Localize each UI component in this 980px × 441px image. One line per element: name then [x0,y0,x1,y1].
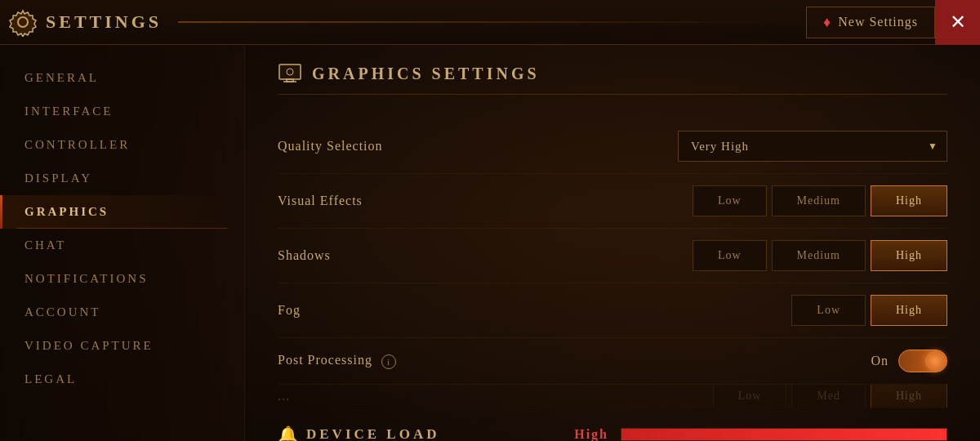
partial-btn-1[interactable]: Low [713,385,787,408]
shadows-label: Shadows [278,248,331,263]
device-load-header: 🔔 DEVICE LOAD [278,425,440,441]
sidebar-item-account[interactable]: ACCOUNT [0,296,244,329]
settings-row-partial: ... Low Med High [278,385,947,408]
content-area: GENERAL INTERFACE CONTROLLER DISPLAY GRA… [0,45,980,441]
sidebar-item-graphics[interactable]: GRAPHICS [0,195,244,229]
shadows-control: Low Medium High [693,240,947,271]
quality-dropdown-wrapper: Very High Low Medium High Ultra ▼ [678,131,947,162]
settings-row-shadows: Shadows Low Medium High [278,229,947,283]
fog-high-btn[interactable]: High [871,295,947,326]
svg-rect-1 [279,65,301,79]
visual-effects-medium-btn[interactable]: Medium [772,185,866,216]
quality-dropdown[interactable]: Very High Low Medium High Ultra [678,131,947,162]
sidebar: GENERAL INTERFACE CONTROLLER DISPLAY GRA… [0,45,245,441]
shadows-high-btn[interactable]: High [871,240,947,271]
diamond-icon: ♦ [823,14,831,31]
main-container: SETTINGS ♦ New Settings ✕ GENERAL INTERF… [0,0,980,441]
fog-label: Fog [278,303,301,318]
visual-effects-label: Visual Effects [278,194,363,208]
shadows-medium-btn[interactable]: Medium [772,240,866,271]
partial-btn-3[interactable]: High [871,385,947,408]
sidebar-item-chat[interactable]: CHAT [0,229,244,262]
gear-icon [8,7,38,37]
sidebar-item-legal[interactable]: LEGAL [0,363,244,396]
device-load-bell-icon: 🔔 [278,425,298,441]
sidebar-item-general[interactable]: GENERAL [0,61,244,95]
toggle-thumb [925,351,945,371]
sidebar-item-controller[interactable]: CONTROLLER [0,128,244,162]
settings-row-post-processing: Post Processing i On [278,338,947,385]
header-left: SETTINGS [8,7,162,37]
settings-row-fog: Fog Low High [278,283,947,338]
panel-title: GRAPHICS SETTINGS [312,65,540,83]
sidebar-item-notifications[interactable]: NOTIFICATIONS [0,262,244,296]
device-load-section: 🔔 DEVICE LOAD High [278,408,947,441]
toggle-track [898,350,947,372]
sidebar-item-interface[interactable]: INTERFACE [0,95,244,128]
partial-btn-2[interactable]: Med [791,385,866,408]
visual-effects-low-btn[interactable]: Low [693,185,767,216]
device-load-fill [621,429,947,440]
settings-row-quality: Quality Selection Very High Low Medium H… [278,119,947,174]
sidebar-item-display[interactable]: DISPLAY [0,162,244,195]
device-load-bar [621,428,947,441]
fog-low-btn[interactable]: Low [791,295,866,326]
quality-control: Very High Low Medium High Ultra ▼ [678,131,947,162]
header-decoration [178,21,790,23]
visual-effects-high-btn[interactable]: High [871,185,947,216]
panel-header: GRAPHICS SETTINGS [278,61,947,95]
post-processing-control: On [871,350,947,372]
fog-control: Low High [791,295,947,326]
post-processing-value: On [871,354,889,368]
close-icon: ✕ [950,11,966,33]
post-processing-info-icon[interactable]: i [381,354,396,369]
device-load-title: DEVICE LOAD [306,426,440,441]
graphics-settings-icon [278,61,302,86]
quality-label: Quality Selection [278,139,383,154]
header-bar: SETTINGS ♦ New Settings ✕ [0,0,980,45]
sidebar-item-video-capture[interactable]: VIDEO CAPTURE [0,329,244,363]
new-settings-label: New Settings [838,15,918,29]
header-title: SETTINGS [46,11,162,33]
settings-row-visual-effects: Visual Effects Low Medium High [278,174,947,229]
main-panel: GRAPHICS SETTINGS Quality Selection Very… [245,45,980,441]
post-processing-label: Post Processing i [278,353,396,368]
new-settings-button[interactable]: ♦ New Settings [806,7,935,38]
header-right: ♦ New Settings ✕ [806,0,980,45]
device-load-level: High [574,427,608,441]
device-load-bar-container: High [574,427,947,441]
visual-effects-control: Low Medium High [693,185,947,216]
post-processing-toggle[interactable] [898,350,947,372]
close-button[interactable]: ✕ [935,0,980,45]
shadows-low-btn[interactable]: Low [693,240,767,271]
